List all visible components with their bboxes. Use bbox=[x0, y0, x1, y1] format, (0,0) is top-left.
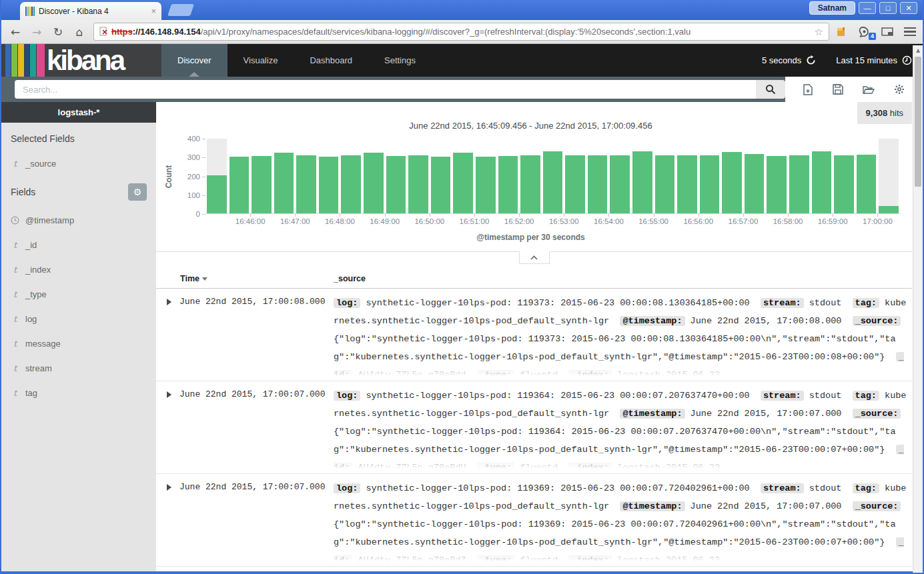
field-name: _index bbox=[25, 265, 51, 275]
field-item-tag[interactable]: ttag bbox=[11, 388, 147, 398]
histogram-section: June 22nd 2015, 16:45:09.456 - June 22nd… bbox=[156, 102, 912, 242]
histogram-bar[interactable] bbox=[588, 155, 608, 213]
histogram-bar[interactable] bbox=[341, 155, 361, 213]
field-chip: _type: bbox=[477, 463, 515, 471]
histogram-bar[interactable] bbox=[857, 155, 877, 213]
histogram-bar[interactable] bbox=[610, 155, 630, 213]
expand-row-icon[interactable] bbox=[167, 391, 171, 398]
field-item-stream[interactable]: tstream bbox=[11, 363, 147, 373]
save-search-button[interactable] bbox=[833, 84, 843, 95]
collapse-chart-button[interactable] bbox=[519, 251, 550, 264]
histogram-bar[interactable] bbox=[408, 155, 428, 213]
nav-item-discover[interactable]: Discover bbox=[161, 44, 227, 77]
histogram-bar[interactable] bbox=[453, 153, 473, 213]
cast-screen-icon[interactable] bbox=[881, 27, 897, 37]
extension-icon[interactable] bbox=[836, 27, 852, 37]
scrollbar-up-arrow[interactable]: ▲ bbox=[913, 45, 923, 55]
table-row: June 22nd 2015, 17:00:07.000log: synthet… bbox=[156, 474, 912, 567]
histogram-bar[interactable] bbox=[207, 175, 227, 213]
field-chip: log: bbox=[334, 483, 360, 493]
histogram-bar[interactable] bbox=[812, 151, 832, 213]
field-chip: _id: bbox=[334, 537, 904, 563]
histogram-bar[interactable] bbox=[879, 206, 899, 213]
time-column-header[interactable]: Time bbox=[156, 274, 334, 283]
back-icon[interactable]: ← bbox=[8, 25, 23, 39]
bookmark-star-icon[interactable]: ☆ bbox=[815, 26, 823, 38]
field-item-_source[interactable]: t_source bbox=[11, 159, 147, 169]
time-range-button[interactable]: Last 15 minutes bbox=[836, 55, 912, 65]
histogram-bar-slot bbox=[610, 139, 630, 213]
histogram-bar[interactable] bbox=[252, 156, 272, 213]
nav-item-visualize[interactable]: Visualize bbox=[227, 44, 294, 77]
browser-menu-icon[interactable] bbox=[904, 25, 916, 39]
row-time-cell: June 22nd 2015, 17:00:07.000 bbox=[156, 479, 334, 563]
settings-button[interactable] bbox=[894, 84, 905, 95]
open-search-button[interactable] bbox=[863, 85, 875, 95]
field-item-message[interactable]: tmessage bbox=[11, 339, 147, 349]
field-item-_id[interactable]: t_id bbox=[11, 240, 147, 250]
expand-row-icon[interactable] bbox=[167, 484, 171, 491]
histogram-bar[interactable] bbox=[632, 151, 652, 213]
histogram-bar[interactable] bbox=[700, 155, 720, 213]
reload-icon[interactable]: ↻ bbox=[51, 25, 65, 39]
field-item-_type[interactable]: t_type bbox=[11, 289, 147, 299]
histogram-bar[interactable] bbox=[745, 154, 765, 213]
url-text[interactable]: https://146.148.94.154/api/v1/proxy/name… bbox=[111, 27, 811, 37]
window-minimize-button[interactable]: — bbox=[859, 2, 876, 14]
histogram-bar[interactable] bbox=[364, 153, 384, 213]
refresh-interval-button[interactable]: 5 seconds bbox=[762, 55, 816, 65]
field-item-_index[interactable]: t_index bbox=[11, 265, 147, 275]
hangouts-phone-icon[interactable]: 4 bbox=[859, 26, 875, 38]
histogram-bar[interactable] bbox=[655, 155, 675, 213]
histogram-bar[interactable] bbox=[543, 151, 563, 213]
window-close-button[interactable]: ✕ bbox=[900, 2, 917, 14]
histogram-bar[interactable] bbox=[386, 156, 406, 213]
histogram-bar[interactable] bbox=[229, 157, 250, 213]
field-chip: _index: bbox=[568, 555, 612, 563]
nav-item-settings[interactable]: Settings bbox=[368, 44, 432, 77]
x-tick-mark bbox=[833, 214, 833, 217]
histogram-bar[interactable] bbox=[296, 155, 316, 213]
index-pattern-label[interactable]: logstash-* bbox=[1, 102, 156, 123]
field-item-timestamp[interactable]: @timestamp bbox=[11, 215, 147, 225]
page-scrollbar[interactable]: ▲ bbox=[913, 45, 923, 573]
histogram-bar[interactable] bbox=[789, 155, 809, 213]
results-table-body: June 22nd 2015, 17:00:08.000log: synthet… bbox=[156, 289, 912, 567]
url-bar[interactable]: https://146.148.94.154/api/v1/proxy/name… bbox=[93, 23, 829, 41]
nav-item-dashboard[interactable]: Dashboard bbox=[294, 44, 368, 77]
window-maximize-button[interactable]: □ bbox=[879, 2, 897, 14]
x-tick-label: 16:53:00 bbox=[549, 217, 579, 225]
histogram-bar[interactable] bbox=[498, 156, 518, 213]
browser-profile-button[interactable]: Satnam bbox=[809, 1, 855, 15]
histogram-bar[interactable] bbox=[677, 155, 697, 213]
kibana-logo[interactable]: kibana bbox=[1, 44, 161, 77]
home-icon[interactable]: ⌂ bbox=[72, 25, 87, 39]
partial-bucket-backdrop bbox=[879, 139, 899, 213]
browser-tab[interactable]: Discover - Kibana 4 × bbox=[20, 2, 161, 20]
histogram-bar[interactable] bbox=[319, 157, 339, 213]
field-settings-button[interactable]: ⚙ bbox=[128, 183, 147, 201]
x-tick-mark bbox=[654, 214, 654, 217]
tab-close-icon[interactable]: × bbox=[151, 7, 156, 15]
histogram-bar[interactable] bbox=[476, 157, 496, 213]
expand-row-icon[interactable] bbox=[167, 299, 171, 305]
scrollbar-thumb[interactable] bbox=[915, 57, 921, 187]
logo-stripe bbox=[18, 44, 24, 77]
search-button[interactable] bbox=[756, 80, 785, 99]
new-search-button[interactable] bbox=[803, 84, 813, 95]
histogram-bar[interactable] bbox=[767, 156, 787, 213]
histogram-bar-slot bbox=[834, 139, 854, 213]
histogram-bar[interactable] bbox=[565, 155, 585, 213]
histogram-bar[interactable] bbox=[834, 155, 854, 213]
histogram-bar[interactable] bbox=[722, 152, 742, 213]
histogram-bar[interactable] bbox=[274, 153, 294, 213]
source-column-header[interactable]: _source bbox=[334, 274, 366, 283]
search-input[interactable] bbox=[15, 80, 756, 99]
histogram-bar[interactable] bbox=[520, 155, 540, 213]
x-axis: 16:46:0016:47:0016:48:0016:49:0016:50:00… bbox=[205, 214, 900, 229]
forward-icon[interactable]: → bbox=[29, 25, 44, 39]
new-tab-button[interactable] bbox=[167, 4, 194, 16]
x-axis-label: @timestamp per 30 seconds bbox=[161, 233, 900, 242]
field-item-log[interactable]: tlog bbox=[11, 314, 147, 324]
histogram-bar[interactable] bbox=[431, 157, 451, 213]
